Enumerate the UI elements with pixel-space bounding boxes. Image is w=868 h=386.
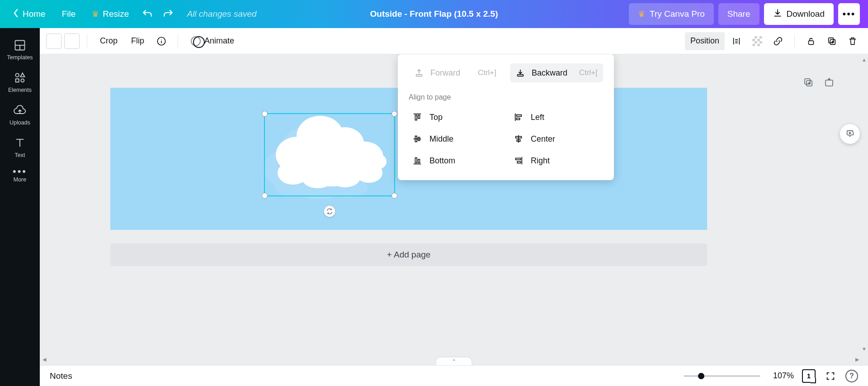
align-top-icon <box>412 112 422 122</box>
svg-rect-54 <box>517 162 520 163</box>
duplicate-button[interactable] <box>823 32 841 50</box>
sidebar-label: More <box>14 176 26 183</box>
back-home-button[interactable]: Home <box>5 0 54 28</box>
zoom-knob[interactable] <box>698 373 704 379</box>
fullscreen-button[interactable] <box>824 369 837 383</box>
download-icon <box>773 9 782 20</box>
add-page-above-button[interactable] <box>823 76 835 89</box>
sidebar-item-uploads[interactable]: Uploads <box>0 100 40 132</box>
animate-button[interactable]: Animate <box>185 32 240 50</box>
header-left-group: Home File ♛ Resize All changes saved <box>5 0 257 28</box>
comments-fab[interactable] <box>840 124 860 144</box>
zoom-percent[interactable]: 107% <box>769 371 794 381</box>
canvas-area[interactable]: ▲ ▼ ◀ ▶ <box>40 54 868 365</box>
position-button[interactable]: Position <box>685 32 725 50</box>
add-page-button[interactable]: + Add page <box>110 243 707 266</box>
color-swatch-2[interactable] <box>64 33 80 49</box>
work-column: Crop Flip Animate Position <box>40 28 868 386</box>
align-left-button[interactable]: Left <box>510 108 603 127</box>
backward-shortcut: Ctrl+[ <box>579 68 598 77</box>
flip-button[interactable]: Flip <box>126 32 150 50</box>
align-right-label: Right <box>531 156 550 166</box>
notes-button[interactable]: Notes <box>50 371 72 381</box>
divider <box>87 34 87 48</box>
download-label: Download <box>787 9 825 19</box>
align-right-button[interactable]: Right <box>510 151 603 170</box>
align-right-icon <box>514 156 524 166</box>
align-top-button[interactable]: Top <box>409 108 502 127</box>
page-controls <box>802 76 835 89</box>
toolbar-right-group: Position <box>685 32 862 50</box>
chevron-left-icon <box>13 9 19 20</box>
link-icon <box>773 36 783 46</box>
align-top-label: Top <box>429 113 443 122</box>
sidebar-item-more[interactable]: ••• More <box>0 165 40 189</box>
position-label: Position <box>690 36 719 46</box>
align-bottom-button[interactable]: Bottom <box>409 151 502 170</box>
more-horizontal-icon: ••• <box>842 8 855 20</box>
sidebar-item-text[interactable]: Text <box>0 132 40 165</box>
top-header: Home File ♛ Resize All changes saved Out… <box>0 0 868 28</box>
animate-label: Animate <box>204 36 234 46</box>
backward-button[interactable]: Backward Ctrl+[ <box>510 63 603 82</box>
delete-button[interactable] <box>844 32 862 50</box>
layer-row: Forward Ctrl+] Backward Ctrl+[ <box>409 63 603 82</box>
resize-button[interactable]: ♛ Resize <box>84 0 137 28</box>
backward-icon <box>515 68 525 78</box>
file-label: File <box>62 9 76 19</box>
crown-icon: ♛ <box>638 9 645 19</box>
fullscreen-icon <box>826 371 835 381</box>
page-number: 1 <box>807 372 811 380</box>
more-menu-button[interactable]: ••• <box>838 3 860 25</box>
align-bottom-icon <box>412 156 422 166</box>
duplicate-page-button[interactable] <box>802 76 815 89</box>
link-button[interactable] <box>769 32 787 50</box>
align-middle-label: Middle <box>429 134 453 144</box>
add-page-label: + Add page <box>387 250 431 260</box>
crop-button[interactable]: Crop <box>94 32 123 50</box>
resize-handle-tr[interactable] <box>392 111 397 117</box>
position-menu: Forward Ctrl+] Backward Ctrl+[ Align to … <box>398 54 614 180</box>
page-indicator[interactable]: 1 <box>802 369 816 383</box>
svg-rect-39 <box>418 115 420 118</box>
redo-button[interactable] <box>158 0 179 28</box>
sidebar-label: Uploads <box>9 119 30 126</box>
file-menu-button[interactable]: File <box>54 0 84 28</box>
svg-rect-41 <box>516 115 521 117</box>
home-label: Home <box>23 9 46 19</box>
align-bottom-label: Bottom <box>429 156 455 166</box>
svg-point-8 <box>161 39 161 39</box>
forward-shortcut: Ctrl+] <box>478 68 496 77</box>
color-swatch-1[interactable] <box>46 33 61 49</box>
undo-button[interactable] <box>137 0 158 28</box>
cloud-element-selected[interactable] <box>265 114 394 195</box>
rotate-handle[interactable] <box>324 205 335 217</box>
svg-point-34 <box>349 140 368 156</box>
forward-label: Forward <box>430 68 460 78</box>
align-grid: Top Left Middle Center <box>409 108 603 170</box>
sidebar-item-templates[interactable]: Templates <box>0 34 40 67</box>
spacing-icon <box>731 36 741 46</box>
svg-marker-4 <box>20 73 24 77</box>
align-middle-button[interactable]: Middle <box>409 129 502 148</box>
resize-handle-bl[interactable] <box>262 193 268 199</box>
download-button[interactable]: Download <box>764 3 834 25</box>
document-title[interactable]: Outside - Front Flap (10.5 x 2.5) <box>370 9 498 19</box>
info-button[interactable] <box>152 32 170 50</box>
try-pro-button[interactable]: ♛ Try Canva Pro <box>629 3 714 25</box>
canvas-scroll: + Add page Forward Ctrl+] Backward C <box>40 54 868 365</box>
left-sidebar: Templates Elements Uploads Text ••• More <box>0 28 40 386</box>
svg-rect-18 <box>826 80 833 86</box>
help-button[interactable]: ? <box>845 370 858 382</box>
share-button[interactable]: Share <box>718 3 760 25</box>
help-label: ? <box>849 372 854 380</box>
pages-drawer-tab[interactable]: ⌃ <box>436 357 472 365</box>
lock-button[interactable] <box>802 32 820 50</box>
zoom-slider[interactable] <box>684 375 760 377</box>
sidebar-item-elements[interactable]: Elements <box>0 67 40 100</box>
resize-handle-br[interactable] <box>392 193 397 199</box>
align-center-button[interactable]: Center <box>510 129 603 148</box>
resize-handle-tl[interactable] <box>262 111 268 117</box>
transparency-button[interactable] <box>748 32 766 50</box>
spacing-button[interactable] <box>727 32 745 50</box>
